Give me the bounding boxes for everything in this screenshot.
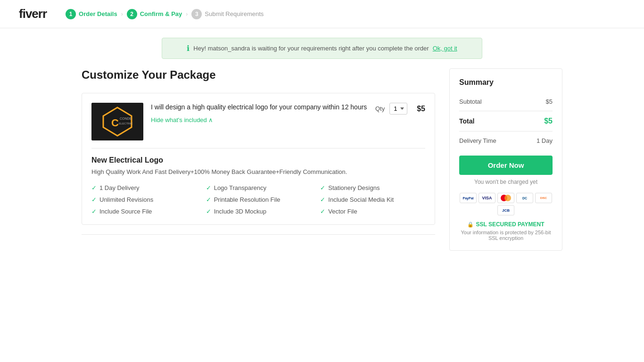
discover-icon: DISC [535,193,552,203]
feature-label: Unlimited Revisions [99,196,153,203]
left-panel: Customize Your Package C CONDE ELECTRIC [82,68,435,251]
payment-icons: PayPal VISA DC DISC JC [459,193,553,215]
feature-social-media-kit: ✓ Include Social Media Kit [320,196,425,203]
lock-icon: 🔒 [467,222,474,228]
qty-label: Qty [375,105,385,112]
svg-text:ELECTRIC: ELECTRIC [119,122,133,125]
total-value: $5 [544,117,553,125]
package-price: $5 [417,105,425,113]
step-3-circle: 3 [191,9,202,19]
step-3-label: Submit Requirements [205,10,264,17]
feature-label: Logo Transparency [214,184,266,191]
check-icon: ✓ [320,208,325,215]
check-icon: ✓ [206,196,211,203]
feature-label: 1 Day Delivery [99,184,140,191]
feature-1-day-delivery: ✓ 1 Day Delivery [91,184,197,191]
step-3[interactable]: 3 Submit Requirements [191,9,264,19]
subtotal-row: Subtotal $5 [459,94,553,109]
check-icon: ✓ [91,196,97,203]
package-card: C CONDE ELECTRIC I will design a high qu… [82,93,435,225]
delivery-row: Delivery Time 1 Day [459,131,553,148]
delivery-value: 1 Day [537,137,553,144]
check-icon: ✓ [320,196,325,203]
step-2-circle: 2 [127,9,137,19]
package-image: C CONDE ELECTRIC [91,103,143,140]
not-charged-text: You won't be charged yet [459,179,553,185]
check-icon: ✓ [206,184,211,191]
feature-printable-resolution: ✓ Printable Resolution File [206,196,311,203]
info-banner: ℹ Hey! matson_sandra is waiting for your… [162,38,482,59]
svg-text:C: C [111,117,119,129]
jcb-icon: JCB [497,205,514,215]
diners-icon: DC [516,193,533,203]
breadcrumb: 1 Order Details › 2 Confirm & Pay › 3 Su… [66,9,264,19]
feature-label: Stationery Designs [328,184,380,191]
package-top: C CONDE ELECTRIC I will design a high qu… [91,103,425,140]
summary-card: Summary Subtotal $5 Total $5 Delivery Ti… [449,68,562,251]
paypal-icon: PayPal [460,193,477,203]
feature-stationery-designs: ✓ Stationery Designs [320,184,425,191]
order-now-button[interactable]: Order Now [459,156,553,175]
main-content: Customize Your Package C CONDE ELECTRIC [63,68,581,270]
arrow-2: › [186,11,188,17]
svg-point-6 [504,195,511,201]
divider [91,148,425,148]
visa-icon: VISA [479,193,495,203]
ssl-section: 🔒 SSL SECURED PAYMENT Your information i… [459,221,553,241]
feature-logo-transparency: ✓ Logo Transparency [206,184,311,191]
hide-whats-included-link[interactable]: Hide what's included ∧ [151,116,213,123]
step-2[interactable]: 2 Confirm & Pay [127,9,182,19]
banner-message: Hey! matson_sandra is waiting for your r… [193,45,429,52]
step-1-label: Order Details [79,10,117,17]
summary-title: Summary [459,78,553,87]
check-icon: ✓ [91,184,97,191]
mastercard-icon [497,193,514,203]
info-icon: ℹ [187,44,190,53]
check-icon: ✓ [320,184,325,191]
header: fiverr 1 Order Details › 2 Confirm & Pay… [0,0,644,28]
subtotal-value: $5 [546,98,553,105]
feature-label: Printable Resolution File [214,196,281,203]
page-title: Customize Your Package [82,68,435,82]
right-panel: Summary Subtotal $5 Total $5 Delivery Ti… [449,68,562,251]
step-2-label: Confirm & Pay [140,10,182,17]
feature-vector-file: ✓ Vector File [320,208,425,215]
ssl-description: Your information is protected by 256-bit… [459,230,553,241]
total-label: Total [459,117,474,125]
feature-label: Vector File [328,208,357,215]
subtotal-label: Subtotal [459,98,482,105]
delivery-label: Delivery Time [459,137,496,144]
feature-source-file: ✓ Include Source File [91,208,197,215]
features-grid: ✓ 1 Day Delivery ✓ Logo Transparency ✓ S… [91,184,425,215]
package-name: New Electrical Logo [91,156,425,165]
step-1[interactable]: 1 Order Details [66,9,117,19]
logo[interactable]: fiverr [19,7,47,21]
arrow-1: › [121,11,123,17]
check-icon: ✓ [91,208,97,215]
banner-link[interactable]: Ok, got it [433,45,457,52]
svg-text:CONDE: CONDE [120,117,132,120]
feature-label: Include Social Media Kit [328,196,394,203]
feature-unlimited-revisions: ✓ Unlimited Revisions [91,196,197,203]
feature-label: Include 3D Mockup [214,208,266,215]
total-row: Total $5 [459,111,553,129]
step-1-circle: 1 [66,9,76,19]
package-description: High Quality Work And Fast Delivery+100%… [91,167,425,177]
bottom-divider [82,234,435,235]
ssl-label: 🔒 SSL SECURED PAYMENT [459,221,553,228]
package-title-text: I will design a high quality electrical … [151,103,368,112]
package-info: I will design a high quality electrical … [151,103,368,123]
qty-section: Qty 1 2 3 $5 [375,103,425,115]
qty-select[interactable]: 1 2 3 [389,103,407,115]
feature-3d-mockup: ✓ Include 3D Mockup [206,208,311,215]
check-icon: ✓ [206,208,211,215]
logo-text: fiverr [19,7,47,21]
feature-label: Include Source File [99,208,152,215]
